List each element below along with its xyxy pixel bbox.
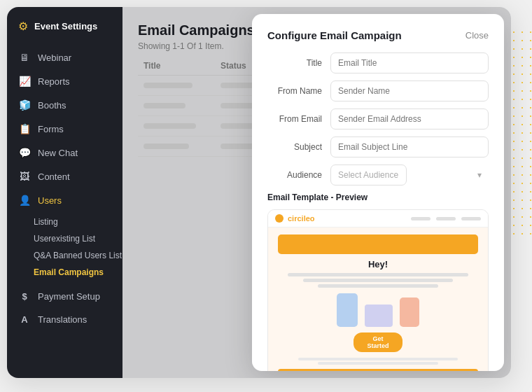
preview-line xyxy=(318,284,438,288)
preview-monitor xyxy=(365,304,393,327)
content-icon: 🖼 xyxy=(18,171,31,182)
configure-email-modal: Configure Email Campaign Close Title Fro… xyxy=(252,14,504,371)
modal-overlay: Configure Email Campaign Close Title Fro… xyxy=(122,7,511,378)
form-row-audience: Audience Select Audience xyxy=(267,164,489,186)
sidebar-item-forms[interactable]: 📋 Forms xyxy=(7,117,122,141)
sidebar-item-reports[interactable]: 📈 Reports xyxy=(7,69,122,93)
main-window: ⚙ Event Settings 🖥 Webinar 📈 Reports 🧊 B… xyxy=(7,7,511,378)
preview-person1 xyxy=(337,293,358,327)
subject-input[interactable] xyxy=(330,136,489,158)
preview-header-bar xyxy=(278,234,478,254)
chat-icon: 💬 xyxy=(18,147,31,158)
preview-cta-button: Get Started xyxy=(354,332,402,352)
payment-icon: $ xyxy=(18,291,31,302)
sidebar-item-booths[interactable]: 🧊 Booths xyxy=(7,93,122,117)
preview-nav-links xyxy=(411,217,481,220)
preview-line xyxy=(288,273,468,276)
footer-line xyxy=(298,358,458,360)
translations-icon: A xyxy=(18,314,31,325)
sidebar-item-label: Translations xyxy=(38,314,87,325)
preview-hey-text: Hey! xyxy=(278,259,478,270)
form-row-from-email: From Email xyxy=(267,108,489,130)
sidebar-item-label: Content xyxy=(38,172,70,182)
forms-icon: 📋 xyxy=(18,123,31,134)
field-label-audience: Audience xyxy=(267,170,330,180)
users-icon: 👤 xyxy=(18,195,31,206)
sidebar-item-label: Booths xyxy=(38,100,66,111)
booths-icon: 🧊 xyxy=(18,99,31,111)
preview-person2 xyxy=(400,298,419,327)
modal-title: Configure Email Campaign xyxy=(267,29,402,41)
preview-image-area xyxy=(278,293,478,327)
sidebar-item-users[interactable]: 👤 Users xyxy=(7,188,122,212)
template-label: Email Template - Preview xyxy=(267,192,489,202)
logo-dot xyxy=(275,214,284,223)
audience-select[interactable]: Select Audience xyxy=(330,164,407,186)
monitor-icon: 🖥 xyxy=(18,52,31,63)
form-row-title: Title xyxy=(267,52,489,74)
sidebar-item-label: New Chat xyxy=(38,148,78,158)
modal-header: Configure Email Campaign Close xyxy=(267,29,489,41)
sidebar-item-label: Forms xyxy=(38,124,64,134)
field-label-from-name: From Name xyxy=(267,86,330,96)
submenu-item-email-campaigns[interactable]: Email Campaigns xyxy=(34,264,122,281)
from-email-input[interactable] xyxy=(330,108,489,130)
preview-line xyxy=(303,279,454,282)
footer-line xyxy=(318,362,438,365)
field-label-subject: Subject xyxy=(267,142,330,152)
settings-icon: ⚙ xyxy=(18,20,28,33)
sidebar-item-label: Reports xyxy=(38,76,70,87)
main-content: Email Campaigns Showing 1-1 Of 1 Item. C… xyxy=(122,7,511,378)
form-row-subject: Subject xyxy=(267,136,489,158)
reports-icon: 📈 xyxy=(18,76,31,87)
sidebar-item-label: Payment Setup xyxy=(38,291,100,302)
sidebar-item-label: Webinar xyxy=(38,52,71,63)
sidebar-header[interactable]: ⚙ Event Settings xyxy=(7,20,122,46)
sidebar-submenu-users: Listing Userexisting List Q&A Banned Use… xyxy=(7,212,122,282)
audience-select-wrap: Select Audience xyxy=(330,164,489,186)
submenu-item-listing[interactable]: Listing xyxy=(34,214,122,230)
field-label-title: Title xyxy=(267,58,330,68)
sidebar-item-new-chat[interactable]: 💬 New Chat xyxy=(7,141,122,164)
logo-text: circileo xyxy=(288,214,315,223)
preview-footer-lines xyxy=(278,358,478,365)
email-preview-body: Hey! Get Started xyxy=(268,227,488,371)
sidebar-item-translations[interactable]: A Translations xyxy=(7,308,122,331)
title-input[interactable] xyxy=(330,52,489,74)
nav-link-bar xyxy=(411,217,430,220)
sidebar-item-label: Users xyxy=(38,195,62,206)
sidebar-item-content[interactable]: 🖼 Content xyxy=(7,164,122,188)
form-row-from-name: From Name xyxy=(267,80,489,102)
submenu-item-qa-banned[interactable]: Q&A Banned Users List xyxy=(34,247,122,264)
field-label-from-email: From Email xyxy=(267,114,330,124)
sidebar-header-label: Event Settings xyxy=(34,21,97,31)
sidebar: ⚙ Event Settings 🖥 Webinar 📈 Reports 🧊 B… xyxy=(7,7,122,378)
nav-link-bar xyxy=(436,217,456,220)
circileo-logo: circileo xyxy=(275,214,315,223)
email-preview-nav: circileo xyxy=(268,210,488,227)
preview-text-lines xyxy=(278,273,478,288)
sidebar-item-payment-setup[interactable]: $ Payment Setup xyxy=(7,285,122,308)
modal-close-button[interactable]: Close xyxy=(465,30,489,41)
preview-footer-bar xyxy=(278,369,478,371)
from-name-input[interactable] xyxy=(330,80,489,102)
submenu-item-userexisting-list[interactable]: Userexisting List xyxy=(34,230,122,247)
email-preview: circileo Hey! xyxy=(267,209,489,371)
sidebar-item-webinar[interactable]: 🖥 Webinar xyxy=(7,46,122,69)
nav-link-bar xyxy=(461,217,481,220)
